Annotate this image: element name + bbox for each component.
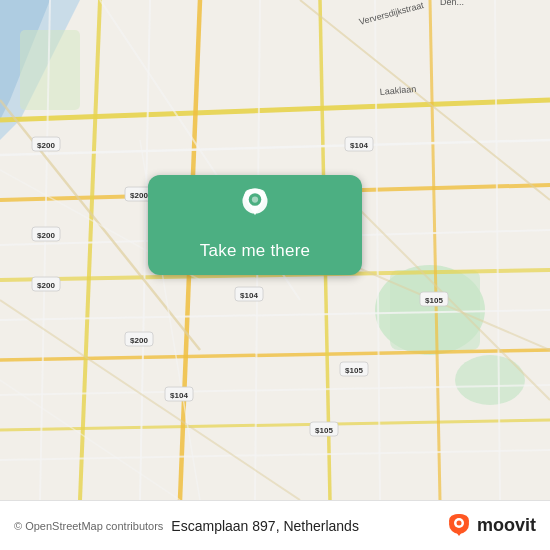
svg-text:$200: $200 xyxy=(130,191,148,200)
svg-text:$200: $200 xyxy=(130,336,148,345)
svg-text:$105: $105 xyxy=(345,366,363,375)
svg-point-3 xyxy=(455,355,525,405)
svg-text:Den...: Den... xyxy=(440,0,464,7)
svg-text:$105: $105 xyxy=(425,296,443,305)
map-attribution: © OpenStreetMap contributors xyxy=(14,520,163,532)
svg-text:$104: $104 xyxy=(240,291,258,300)
svg-text:$105: $105 xyxy=(315,426,333,435)
svg-text:$200: $200 xyxy=(37,281,55,290)
take-me-there-button[interactable]: Take me there xyxy=(148,175,362,275)
svg-text:$200: $200 xyxy=(37,141,55,150)
svg-point-63 xyxy=(456,520,461,525)
moovit-logo-text: moovit xyxy=(477,515,536,536)
location-address: Escamplaan 897, Netherlands xyxy=(171,518,437,534)
map-container: Verversdijkstraat Laaklaan Den... $200 $… xyxy=(0,0,550,500)
svg-point-60 xyxy=(252,196,258,202)
take-me-there-label: Take me there xyxy=(200,241,310,261)
svg-text:$104: $104 xyxy=(350,141,368,150)
moovit-logo: moovit xyxy=(445,512,536,540)
svg-text:$104: $104 xyxy=(170,391,188,400)
svg-text:$200: $200 xyxy=(37,231,55,240)
footer-bar: © OpenStreetMap contributors Escamplaan … xyxy=(0,500,550,550)
